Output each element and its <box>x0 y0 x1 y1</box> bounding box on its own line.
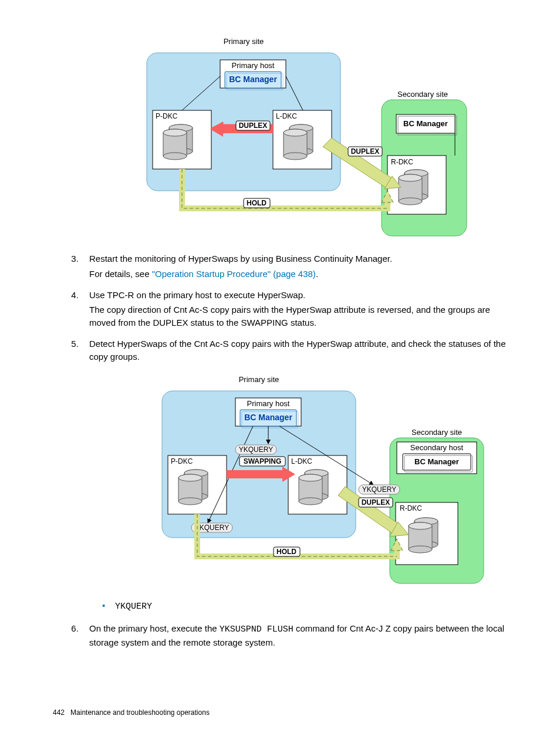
svg-text:HOLD: HOLD <box>247 199 266 207</box>
svg-rect-113 <box>227 470 282 478</box>
svg-point-41 <box>399 198 422 205</box>
bullet-ykquery: YKQUERY <box>102 599 516 614</box>
svg-text:Primary site: Primary site <box>238 375 279 384</box>
svg-point-32 <box>284 129 307 136</box>
step-3-text: Restart the monitoring of HyperSwaps by … <box>89 254 392 264</box>
svg-text:BC Manager: BC Manager <box>403 119 448 128</box>
svg-point-81 <box>178 498 202 505</box>
svg-text:YKQUERY: YKQUERY <box>362 485 396 494</box>
step-6: On the primary host, execute the YKSUSPN… <box>81 622 516 649</box>
step-5-text: Detect HyperSwaps of the Cnt Ac-S copy p… <box>89 339 506 362</box>
svg-text:YKQUERY: YKQUERY <box>238 445 272 454</box>
link-operation-startup[interactable]: "Operation Startup Procedure" (page 438) <box>152 269 316 279</box>
svg-point-22 <box>163 129 187 136</box>
svg-text:BC Manager: BC Manager <box>229 75 277 84</box>
step-3-para: For details, see "Operation Startup Proc… <box>89 268 516 281</box>
svg-text:DUPLEX: DUPLEX <box>350 147 379 156</box>
svg-text:L-DKC: L-DKC <box>276 112 297 120</box>
svg-text:HOLD: HOLD <box>276 548 296 556</box>
step-4-text: Use TPC-R on the primary host to execute… <box>89 290 305 300</box>
svg-point-31 <box>284 153 307 160</box>
svg-text:P-DKC: P-DKC <box>156 112 178 120</box>
svg-text:R-DKC: R-DKC <box>400 504 422 512</box>
step-3: Restart the monitoring of HyperSwaps by … <box>81 252 516 281</box>
svg-point-82 <box>178 474 202 481</box>
svg-text:Primary host: Primary host <box>231 61 274 70</box>
svg-text:L-DKC: L-DKC <box>291 457 312 465</box>
page-footer: 442 Maintenance and troubleshooting oper… <box>53 708 210 717</box>
svg-point-42 <box>399 174 422 181</box>
svg-text:DUPLEX: DUPLEX <box>361 498 390 507</box>
svg-point-92 <box>299 474 322 481</box>
bullet-list: YKQUERY <box>102 599 516 614</box>
svg-text:Secondary site: Secondary site <box>397 90 448 99</box>
svg-point-21 <box>163 153 187 160</box>
svg-text:DUPLEX: DUPLEX <box>238 121 267 130</box>
svg-text:R-DKC: R-DKC <box>391 158 413 166</box>
page-number: 442 <box>53 708 65 717</box>
svg-text:BC Manager: BC Manager <box>244 413 292 422</box>
svg-text:Secondary host: Secondary host <box>410 443 463 452</box>
svg-point-91 <box>299 498 322 505</box>
step-4-para: The copy direction of Cnt Ac-S copy pair… <box>89 303 516 329</box>
svg-text:Primary host: Primary host <box>247 399 289 408</box>
diagram-2: Primary site Secondary site Primary host… <box>121 373 485 585</box>
svg-text:BC Manager: BC Manager <box>414 457 459 466</box>
svg-text:SWAPPING: SWAPPING <box>243 457 281 465</box>
svg-point-102 <box>409 522 432 529</box>
svg-text:Primary site: Primary site <box>223 37 264 46</box>
svg-text:Secondary site: Secondary site <box>411 428 462 437</box>
svg-text:P-DKC: P-DKC <box>171 457 193 465</box>
svg-point-101 <box>409 546 432 553</box>
step-4: Use TPC-R on the primary host to execute… <box>81 289 516 329</box>
steps-list: Restart the monitoring of HyperSwaps by … <box>59 252 516 649</box>
cmd-yksuspnd-flush: YKSUSPND FLUSH <box>220 625 294 634</box>
step-5: Detect HyperSwaps of the Cnt Ac-S copy p… <box>81 337 516 614</box>
diagram-1: Primary site Secondary site Primary host… <box>106 35 470 238</box>
footer-title: Maintenance and troubleshooting operatio… <box>70 708 210 717</box>
